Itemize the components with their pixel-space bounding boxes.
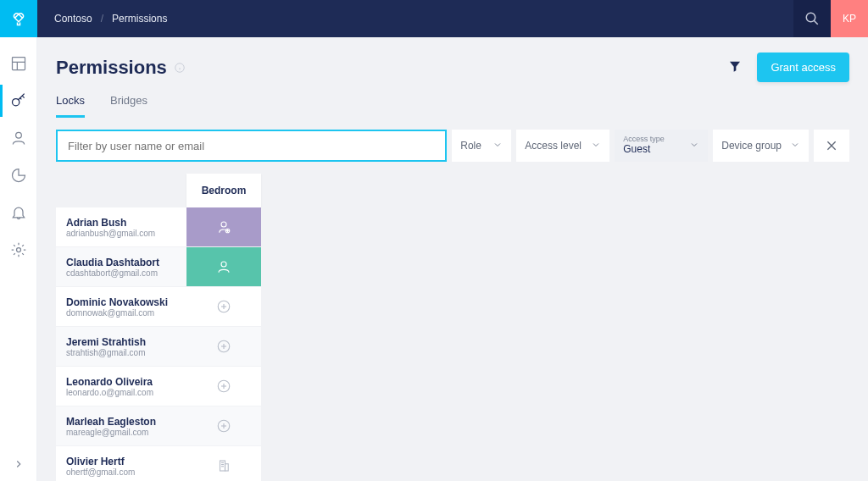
svg-point-10 — [16, 248, 20, 252]
chevron-down-icon — [591, 140, 601, 152]
topbar: Contoso / Permissions KP — [0, 0, 868, 37]
user-email: ohertf@gmail.com — [66, 467, 176, 477]
svg-point-9 — [15, 132, 21, 138]
user-email: cdashtabort@gmail.com — [66, 268, 176, 278]
logo-icon — [11, 11, 26, 26]
user-row[interactable]: Claudia Dashtabortcdashtabort@gmail.com — [56, 247, 186, 287]
filter-role-label: Role — [460, 140, 481, 152]
breadcrumb: Contoso / Permissions — [37, 13, 167, 25]
breadcrumb-root[interactable]: Contoso — [54, 13, 92, 25]
activity-icon — [10, 167, 27, 184]
building-icon — [216, 458, 231, 473]
expand-sidebar[interactable] — [0, 447, 37, 481]
svg-line-8 — [19, 98, 21, 100]
user-row[interactable]: Jeremi Strahtishstrahtish@gmail.com — [56, 327, 186, 367]
user-email: domnowak@gmail.com — [66, 308, 176, 318]
svg-point-5 — [12, 99, 19, 106]
user-name: Marleah Eagleston — [66, 416, 176, 428]
filter-role[interactable]: Role — [452, 130, 511, 162]
chevron-down-icon — [790, 140, 800, 152]
user-name: Olivier Hertf — [66, 456, 176, 467]
filter-device-group[interactable]: Device group — [713, 130, 809, 162]
page-title-text: Permissions — [56, 57, 167, 79]
svg-rect-2 — [12, 58, 25, 70]
permission-cell[interactable] — [186, 327, 261, 367]
nav-dashboard[interactable] — [0, 47, 37, 80]
info-icon[interactable] — [174, 62, 186, 74]
user-email: mareagle@gmail.com — [66, 428, 176, 437]
nav-access[interactable] — [0, 85, 37, 117]
user-icon — [10, 130, 27, 147]
permission-cell[interactable] — [186, 446, 261, 481]
side-nav — [0, 37, 37, 481]
dashboard-icon — [10, 55, 27, 72]
filter-access-level[interactable]: Access level — [516, 130, 609, 162]
plus-circle-icon — [216, 379, 231, 394]
nav-settings[interactable] — [0, 234, 37, 266]
user-name: Dominic Novakowski — [66, 296, 176, 308]
user-name: Jeremi Strahtish — [66, 336, 176, 348]
page-title: Permissions — [56, 57, 186, 79]
plus-circle-icon — [216, 339, 231, 354]
close-icon — [825, 139, 838, 152]
gear-icon — [10, 241, 27, 258]
svg-rect-32 — [225, 464, 229, 471]
permission-cell[interactable] — [186, 287, 261, 327]
logo[interactable] — [0, 0, 37, 37]
svg-line-7 — [22, 96, 24, 98]
permission-cell[interactable] — [186, 247, 261, 287]
user-row[interactable]: Leonardo Oliveiraleonardo.o@gmail.com — [56, 367, 186, 406]
chevron-right-icon — [13, 458, 25, 470]
user-row[interactable]: Dominic Novakowskidomnowak@gmail.com — [56, 287, 186, 327]
permission-cell[interactable] — [186, 406, 261, 446]
nav-users[interactable] — [0, 122, 37, 154]
permission-cell[interactable] — [186, 207, 261, 247]
device-column-header[interactable]: Bedroom — [186, 174, 261, 207]
permissions-grid: Adrian Bushadrianbush@gmail.com Claudia … — [56, 174, 849, 481]
breadcrumb-separator: / — [101, 13, 103, 25]
search-button[interactable] — [793, 0, 831, 37]
chevron-down-icon — [689, 140, 699, 152]
breadcrumb-current: Permissions — [112, 13, 167, 25]
plus-circle-icon — [216, 299, 231, 314]
tab-locks[interactable]: Locks — [56, 94, 85, 118]
grant-access-button[interactable]: Grant access — [757, 53, 849, 82]
bell-icon — [10, 204, 27, 221]
filter-toggle[interactable] — [728, 59, 742, 76]
filter-device-group-label: Device group — [721, 140, 782, 152]
permission-cell[interactable] — [186, 367, 261, 406]
user-name: Leonardo Oliveira — [66, 376, 176, 388]
user-name: Claudia Dashtabort — [66, 257, 176, 268]
key-icon — [10, 92, 27, 109]
user-email: strahtish@gmail.com — [66, 348, 176, 357]
svg-point-16 — [221, 222, 226, 227]
user-row[interactable]: Olivier Hertfohertf@gmail.com — [56, 446, 186, 481]
device-column: Bedroom — [186, 174, 261, 481]
user-email: leonardo.o@gmail.com — [66, 388, 176, 397]
nav-activity[interactable] — [0, 159, 37, 191]
funnel-icon — [728, 59, 742, 73]
user-icon — [216, 259, 231, 274]
user-row[interactable]: Marleah Eaglestonmareagle@gmail.com — [56, 406, 186, 446]
filter-user-input[interactable] — [56, 130, 447, 162]
close-filters[interactable] — [814, 130, 849, 162]
filter-row: Role Access level Access type Guest Devi… — [56, 130, 849, 162]
user-row[interactable]: Adrian Bushadrianbush@gmail.com — [56, 207, 186, 247]
svg-line-1 — [814, 20, 818, 25]
user-avatar[interactable]: KP — [831, 0, 868, 37]
chevron-down-icon — [492, 140, 503, 152]
filter-access-level-label: Access level — [525, 140, 581, 152]
svg-point-0 — [806, 13, 815, 22]
user-column: Adrian Bushadrianbush@gmail.com Claudia … — [56, 174, 186, 481]
filter-access-type-value: Guest — [623, 144, 665, 155]
tab-bar: Locks Bridges — [56, 94, 849, 118]
nav-notifications[interactable] — [0, 196, 37, 229]
user-name: Adrian Bush — [66, 217, 176, 229]
user-email: adrianbush@gmail.com — [66, 229, 176, 238]
main-content: Permissions Grant access Locks Bridges R… — [37, 37, 868, 481]
tab-bridges[interactable]: Bridges — [110, 94, 147, 118]
filter-access-type[interactable]: Access type Guest — [615, 130, 708, 162]
search-icon — [804, 11, 820, 26]
svg-point-18 — [221, 262, 226, 267]
plus-circle-icon — [216, 418, 231, 434]
